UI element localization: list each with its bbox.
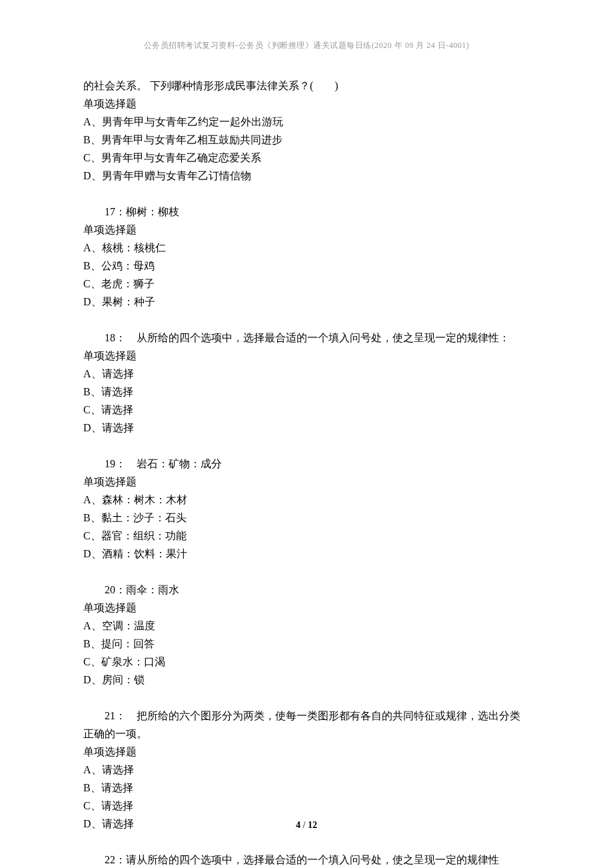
- question-18-option-d[interactable]: D、请选择: [83, 419, 530, 437]
- question-19-option-a[interactable]: A、森林：树木：木材: [83, 491, 530, 509]
- question-20-option-c[interactable]: C、矿泉水：口渴: [83, 653, 530, 671]
- question-16-option-c[interactable]: C、男青年甲与女青年乙确定恋爱关系: [83, 149, 530, 167]
- question-20-option-a[interactable]: A、空调：温度: [83, 617, 530, 635]
- question-18-type: 单项选择题: [83, 347, 530, 365]
- question-20-option-d[interactable]: D、房间：锁: [83, 671, 530, 689]
- question-21-option-b[interactable]: B、请选择: [83, 779, 530, 797]
- question-21-option-c[interactable]: C、请选择: [83, 797, 530, 815]
- page: 公务员招聘考试复习资料-公务员《判断推理》通关试题每日练(2020 年 09 月…: [0, 0, 613, 868]
- page-header: 公务员招聘考试复习资料-公务员《判断推理》通关试题每日练(2020 年 09 月…: [83, 40, 530, 51]
- question-19: 19： 岩石：矿物：成分 单项选择题 A、森林：树木：木材 B、黏土：沙子：石头…: [83, 455, 530, 563]
- page-number-current: 4: [296, 820, 301, 830]
- question-21: 21： 把所给的六个图形分为两类，使每一类图形都有各自的共同特征或规律，选出分类…: [83, 707, 530, 833]
- question-17-type: 单项选择题: [83, 221, 530, 239]
- question-19-option-c[interactable]: C、器官：组织：功能: [83, 527, 530, 545]
- question-18: 18： 从所给的四个选项中，选择最合适的一个填入问号处，使之呈现一定的规律性： …: [83, 329, 530, 437]
- question-17-option-b[interactable]: B、公鸡：母鸡: [83, 257, 530, 275]
- question-20-option-b[interactable]: B、提问：回答: [83, 635, 530, 653]
- question-17-option-c[interactable]: C、老虎：狮子: [83, 275, 530, 293]
- question-18-option-b[interactable]: B、请选择: [83, 383, 530, 401]
- question-16: 的社会关系。 下列哪种情形形成民事法律关系？( ) 单项选择题 A、男青年甲与女…: [83, 77, 530, 185]
- question-18-stem: 18： 从所给的四个选项中，选择最合适的一个填入问号处，使之呈现一定的规律性：: [83, 329, 530, 347]
- question-16-type: 单项选择题: [83, 95, 530, 113]
- question-20-stem: 20：雨伞：雨水: [83, 581, 530, 599]
- question-20: 20：雨伞：雨水 单项选择题 A、空调：温度 B、提问：回答 C、矿泉水：口渴 …: [83, 581, 530, 689]
- question-18-option-a[interactable]: A、请选择: [83, 365, 530, 383]
- page-number-sep: /: [301, 820, 308, 830]
- question-16-option-a[interactable]: A、男青年甲与女青年乙约定一起外出游玩: [83, 113, 530, 131]
- question-17-option-a[interactable]: A、核桃：核桃仁: [83, 239, 530, 257]
- page-number-total: 12: [308, 820, 317, 830]
- question-22: 22：请从所给的四个选项中，选择最合适的一个填入问号处，使之呈现一定的规律性: [83, 851, 530, 868]
- page-footer: 4 / 12: [0, 820, 613, 831]
- question-19-stem: 19： 岩石：矿物：成分: [83, 455, 530, 473]
- question-20-type: 单项选择题: [83, 599, 530, 617]
- question-19-option-d[interactable]: D、酒精：饮料：果汁: [83, 545, 530, 563]
- question-19-option-b[interactable]: B、黏土：沙子：石头: [83, 509, 530, 527]
- question-16-option-b[interactable]: B、男青年甲与女青年乙相互鼓励共同进步: [83, 131, 530, 149]
- question-16-option-d[interactable]: D、男青年甲赠与女青年乙订情信物: [83, 167, 530, 185]
- question-22-stem: 22：请从所给的四个选项中，选择最合适的一个填入问号处，使之呈现一定的规律性: [83, 851, 530, 868]
- question-21-option-a[interactable]: A、请选择: [83, 761, 530, 779]
- question-19-type: 单项选择题: [83, 473, 530, 491]
- question-17: 17：柳树：柳枝 单项选择题 A、核桃：核桃仁 B、公鸡：母鸡 C、老虎：狮子 …: [83, 203, 530, 311]
- question-16-stem-cont: 的社会关系。 下列哪种情形形成民事法律关系？( ): [83, 77, 530, 95]
- question-21-type: 单项选择题: [83, 743, 530, 761]
- question-17-option-d[interactable]: D、果树：种子: [83, 293, 530, 311]
- page-content: 的社会关系。 下列哪种情形形成民事法律关系？( ) 单项选择题 A、男青年甲与女…: [83, 77, 530, 868]
- question-18-option-c[interactable]: C、请选择: [83, 401, 530, 419]
- question-17-stem: 17：柳树：柳枝: [83, 203, 530, 221]
- question-21-stem: 21： 把所给的六个图形分为两类，使每一类图形都有各自的共同特征或规律，选出分类…: [83, 707, 530, 743]
